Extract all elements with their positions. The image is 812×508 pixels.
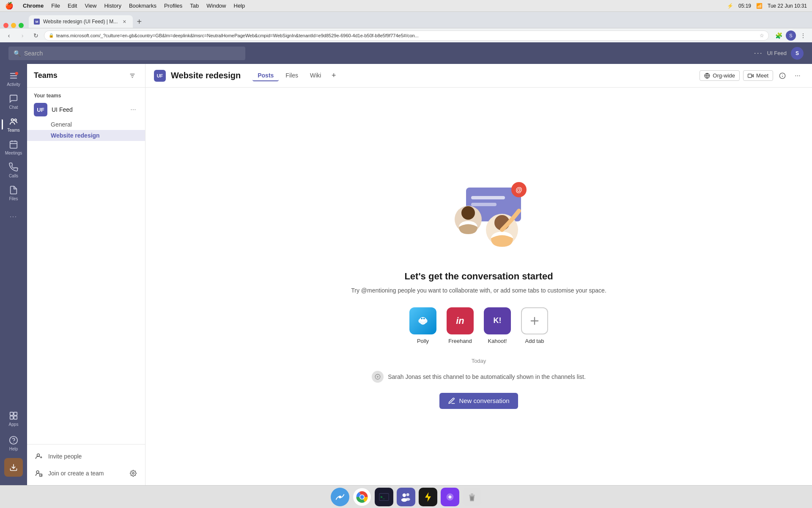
menubar-file[interactable]: File [51, 3, 60, 9]
menu-btn[interactable]: ⋮ [798, 30, 809, 41]
invite-people-btn[interactable]: Invite people [34, 450, 138, 463]
kahoot-label: Kahoot! [488, 338, 507, 344]
menubar-bookmarks[interactable]: Bookmarks [129, 3, 156, 9]
sidebar-item-activity[interactable]: Activity [2, 67, 25, 90]
new-conversation-btn[interactable]: New conversation [439, 393, 518, 409]
system-message-text: Sarah Jonas set this channel to be autom… [388, 373, 586, 380]
menubar-window[interactable]: Window [206, 3, 226, 9]
app-kahoot[interactable]: K! Kahoot! [484, 307, 511, 344]
info-btn[interactable] [776, 70, 788, 82]
chat-icon [8, 94, 19, 104]
back-btn[interactable]: ‹ [3, 30, 14, 41]
sidebar-item-teams[interactable]: Teams [2, 113, 25, 136]
today-label: Today [472, 358, 486, 364]
svg-point-39 [421, 318, 423, 319]
channel-item-website-redesign[interactable]: Website redesign [27, 130, 145, 141]
menubar-profiles[interactable]: Profiles [164, 3, 182, 9]
new-tab-btn[interactable]: + [133, 15, 145, 28]
freehand-logo-text: in [456, 315, 464, 326]
teams-icon [8, 116, 19, 127]
browser-nav-right: 🧩 S ⋮ [773, 30, 809, 41]
clock: Tue 22 Jun 10:31 [768, 3, 807, 9]
add-tab-label: Add tab [525, 338, 544, 344]
teams-panel-header: Teams [27, 64, 145, 88]
url-text: teams.microsoft.com/_?culture=en-gb&coun… [56, 33, 757, 38]
teams-app: 🔍 ··· UI Feed S Activity [0, 42, 812, 485]
main-content: UF Website redesign Posts Files Wiki + O… [145, 64, 812, 485]
team-more-btn[interactable]: ··· [128, 105, 138, 115]
search-input[interactable] [24, 50, 240, 57]
team-item-uifeed[interactable]: UF UI Feed ··· [27, 100, 145, 119]
add-tab-btn[interactable]: + [328, 70, 340, 82]
sidebar-item-calls[interactable]: Calls [2, 159, 25, 182]
svg-point-40 [423, 318, 425, 319]
invite-label: Invite people [48, 453, 82, 460]
menubar-view[interactable]: View [85, 3, 96, 9]
org-wide-btn[interactable]: Org-wide [700, 70, 740, 81]
sidebar-item-chat[interactable]: Chat [2, 90, 25, 113]
join-team-btn[interactable]: Join or create a team [34, 467, 124, 480]
tab-close-btn[interactable]: × [121, 18, 128, 25]
sidebar-item-meetings[interactable]: Meetings [2, 136, 25, 159]
apple-menu[interactable]: 🍎 [5, 2, 14, 10]
menubar-tab[interactable]: Tab [190, 3, 199, 9]
forward-btn[interactable]: › [17, 30, 28, 41]
tab-posts[interactable]: Posts [252, 70, 279, 81]
sidebar-item-apps[interactable]: Apps [2, 407, 25, 430]
menubar-history[interactable]: History [104, 3, 121, 9]
dock-teams[interactable] [397, 488, 415, 506]
more-icon: ··· [8, 211, 19, 221]
dock-trash[interactable] [463, 488, 481, 506]
join-label: Join or create a team [48, 470, 104, 477]
teams-panel-title: Teams [34, 71, 123, 80]
channel-body: @ Let's get the [145, 88, 812, 485]
topbar-more-btn[interactable]: ··· [754, 49, 763, 58]
sidebar-item-help[interactable]: Help [2, 432, 25, 455]
settings-btn[interactable] [128, 468, 138, 478]
menubar-chrome[interactable]: Chrome [23, 3, 44, 9]
app-add-tab[interactable]: Add tab [521, 307, 548, 344]
star-icon: ☆ [760, 33, 764, 39]
svg-rect-22 [748, 74, 752, 77]
browser-tab[interactable]: M Website redesign (UI Feed) | M... × [29, 15, 133, 28]
meet-btn[interactable]: Meet [743, 70, 773, 81]
kahoot-logo-text: K! [494, 316, 502, 325]
extensions-btn[interactable]: 🧩 [773, 30, 784, 41]
app-freehand[interactable]: in Freehand [447, 307, 474, 344]
tab-wiki[interactable]: Wiki [305, 70, 326, 81]
lock-icon: 🔒 [49, 33, 54, 38]
svg-marker-21 [752, 75, 753, 77]
dock-iterm[interactable]: >_ [375, 488, 393, 506]
channel-item-general[interactable]: General [27, 119, 145, 130]
search-bar[interactable]: 🔍 [8, 47, 245, 60]
close-window-btn[interactable] [3, 23, 8, 28]
menubar-help[interactable]: Help [234, 3, 245, 9]
svg-point-2 [14, 119, 16, 121]
reload-btn[interactable]: ↻ [30, 30, 41, 41]
profile-btn[interactable]: S [786, 30, 796, 41]
maximize-window-btn[interactable] [19, 23, 24, 28]
dock-finder[interactable] [331, 488, 349, 506]
download-btn[interactable] [4, 458, 23, 477]
search-icon: 🔍 [14, 50, 21, 57]
new-conversation-label: New conversation [459, 397, 509, 404]
address-bar[interactable]: 🔒 teams.microsoft.com/_?culture=en-gb&co… [44, 30, 769, 41]
invite-icon [34, 451, 44, 461]
app-layout: Activity Chat [0, 64, 812, 485]
sidebar-item-more[interactable]: ··· [2, 208, 25, 225]
topbar-avatar[interactable]: S [791, 47, 804, 60]
dock-bolt[interactable] [419, 488, 437, 506]
filter-btn[interactable] [126, 70, 138, 82]
sidebar-item-files[interactable]: Files [2, 182, 25, 204]
help-icon [8, 435, 19, 445]
svg-text:@: @ [516, 186, 522, 193]
dock-purple-app[interactable] [441, 488, 459, 506]
mac-menubar-right: ⚡ 05:19 📶 Tue 22 Jun 10:31 [727, 3, 807, 9]
minimize-window-btn[interactable] [11, 23, 16, 28]
tab-files[interactable]: Files [280, 70, 303, 81]
app-polly[interactable]: Polly [409, 307, 436, 344]
dock-chrome[interactable] [353, 488, 371, 506]
channel-more-btn[interactable]: ··· [792, 70, 804, 82]
apps-label: Apps [9, 422, 19, 427]
menubar-edit[interactable]: Edit [68, 3, 77, 9]
